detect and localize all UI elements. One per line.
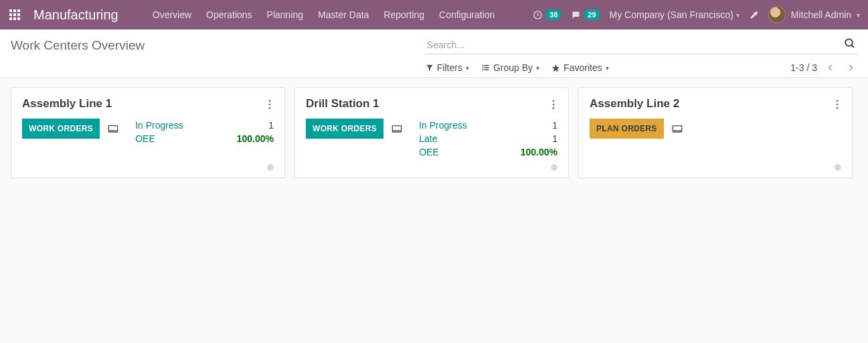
workcenter-card: Drill Station 1WORK ORDERSIn Progress1La…	[294, 87, 569, 178]
svg-rect-15	[484, 67, 489, 68]
search-icon[interactable]	[844, 38, 856, 50]
status-dot[interactable]	[267, 164, 274, 171]
kanban-view: Assembly Line 1WORK ORDERSIn Progress1OE…	[0, 78, 868, 188]
status-dot[interactable]	[835, 164, 841, 171]
metric-label[interactable]: In Progress	[419, 119, 467, 132]
nav-item-reporting[interactable]: Reporting	[376, 0, 432, 29]
list-icon	[481, 64, 490, 72]
card-title[interactable]: Assembly Line 2	[590, 97, 679, 111]
plan-orders-button[interactable]: PLAN ORDERS	[590, 119, 664, 139]
nav-menu: Overview Operations Planning Master Data…	[145, 0, 503, 29]
svg-point-10	[845, 40, 853, 47]
card-menu-button[interactable]	[266, 98, 274, 109]
metric-value: 1	[268, 119, 274, 132]
svg-line-11	[851, 46, 854, 48]
funnel-icon	[426, 64, 434, 72]
user-menu[interactable]: Mitchell Admin ▾	[768, 6, 860, 23]
work-orders-button[interactable]: WORK ORDERS	[22, 119, 100, 139]
activity-systray[interactable]: 38	[533, 9, 561, 20]
svg-rect-4	[13, 13, 16, 16]
card-title[interactable]: Assembly Line 1	[22, 97, 112, 111]
metric-value: 100.00%	[237, 132, 274, 145]
work-orders-button[interactable]: WORK ORDERS	[306, 119, 383, 139]
metrics: In Progress1Late1OEE100.00%	[419, 119, 557, 159]
svg-rect-7	[13, 17, 16, 20]
metric-label[interactable]: OEE	[135, 132, 155, 145]
metric-row: In Progress1	[419, 119, 557, 132]
messaging-systray[interactable]: 29	[571, 9, 600, 20]
kebab-icon	[836, 100, 839, 109]
apps-menu-icon[interactable]	[8, 8, 21, 21]
svg-rect-1	[13, 9, 16, 12]
caret-down-icon: ▾	[536, 64, 539, 72]
metric-value: 1	[552, 132, 557, 145]
svg-rect-13	[484, 65, 489, 66]
tablet-view-icon[interactable]	[671, 123, 684, 134]
metric-value: 1	[552, 119, 557, 132]
nav-item-overview[interactable]: Overview	[145, 0, 199, 29]
metric-row: In Progress1	[135, 119, 274, 132]
svg-rect-17	[484, 70, 489, 71]
workcenter-card: Assembly Line 2PLAN ORDERS	[578, 87, 853, 178]
metric-row: OEE100.00%	[419, 145, 557, 159]
svg-rect-12	[482, 65, 483, 66]
conversation-icon	[571, 10, 581, 20]
svg-point-18	[269, 100, 271, 102]
card-menu-button[interactable]	[549, 98, 557, 109]
metric-row: Late1	[419, 132, 557, 145]
control-panel: Work Centers Overview Filters ▾ Group By…	[0, 29, 868, 78]
nav-item-operations[interactable]: Operations	[199, 0, 259, 29]
app-brand[interactable]: Manufacturing	[33, 7, 118, 23]
nav-item-planning[interactable]: Planning	[260, 0, 311, 29]
caret-down-icon: ▾	[736, 11, 740, 19]
star-icon	[551, 64, 560, 72]
card-menu-button[interactable]	[833, 98, 841, 109]
svg-point-28	[837, 100, 839, 102]
metric-label[interactable]: In Progress	[135, 119, 183, 132]
workcenter-card: Assembly Line 1WORK ORDERSIn Progress1OE…	[11, 87, 285, 178]
metric-label[interactable]: Late	[419, 132, 437, 145]
svg-rect-2	[17, 9, 20, 12]
svg-rect-0	[9, 9, 12, 12]
svg-rect-14	[482, 67, 483, 68]
kebab-icon	[552, 100, 555, 109]
favorites-button[interactable]: Favorites ▾	[551, 62, 609, 73]
user-name: Mitchell Admin	[791, 9, 851, 20]
nav-item-master-data[interactable]: Master Data	[311, 0, 376, 29]
svg-point-29	[837, 104, 839, 106]
metric-label[interactable]: OEE	[419, 145, 439, 159]
debug-tools-icon[interactable]	[749, 9, 759, 21]
pager-next-button[interactable]	[844, 63, 857, 72]
caret-down-icon: ▾	[857, 11, 860, 19]
message-count-badge: 29	[584, 9, 600, 20]
chevron-right-icon	[847, 63, 855, 72]
chevron-left-icon	[827, 63, 835, 72]
pager-prev-button[interactable]	[824, 63, 837, 72]
tablet-view-icon[interactable]	[390, 123, 404, 134]
search-input[interactable]	[426, 36, 857, 54]
tablet-view-icon[interactable]	[106, 123, 120, 134]
filters-button[interactable]: Filters ▾	[426, 62, 469, 73]
search-wrap	[426, 36, 857, 54]
svg-rect-6	[9, 17, 12, 20]
svg-point-23	[553, 100, 555, 102]
user-avatar	[768, 6, 786, 23]
svg-rect-3	[9, 13, 12, 16]
clock-icon	[533, 10, 543, 20]
status-dot[interactable]	[551, 164, 557, 171]
svg-point-20	[269, 107, 271, 109]
groupby-button[interactable]: Group By ▾	[481, 62, 539, 73]
nav-item-configuration[interactable]: Configuration	[432, 0, 502, 29]
company-name: My Company (San Francisco)	[610, 9, 733, 20]
company-switcher[interactable]: My Company (San Francisco) ▾	[610, 9, 740, 20]
svg-point-30	[837, 107, 839, 109]
groupby-label: Group By	[493, 62, 533, 73]
pager-text[interactable]: 1-3 / 3	[790, 62, 817, 73]
systray: 38 29 My Company (San Francisco) ▾ Mitch…	[533, 6, 860, 23]
card-title[interactable]: Drill Station 1	[306, 97, 379, 111]
svg-point-25	[553, 107, 555, 109]
kebab-icon	[268, 100, 271, 109]
filters-label: Filters	[437, 62, 462, 73]
metric-value: 100.00%	[521, 145, 557, 159]
main-navbar: Manufacturing Overview Operations Planni…	[0, 0, 868, 29]
